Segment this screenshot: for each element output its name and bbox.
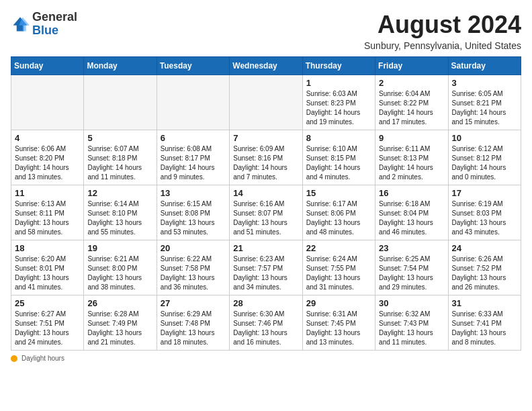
cell-sunrise: Sunrise: 6:08 AM xyxy=(161,144,226,154)
cell-sunset: Sunset: 7:58 PM xyxy=(161,264,226,273)
cell-sunset: Sunset: 8:10 PM xyxy=(87,209,152,218)
cell-sunset: Sunset: 8:15 PM xyxy=(306,154,371,163)
cell-day-number: 12 xyxy=(87,188,152,198)
cell-sunrise: Sunrise: 6:28 AM xyxy=(87,310,152,319)
calendar-cell: 18Sunrise: 6:20 AMSunset: 8:01 PMDayligh… xyxy=(11,240,84,295)
cell-sun-info: Sunrise: 6:27 AMSunset: 7:51 PMDaylight:… xyxy=(15,310,80,347)
cell-day-number: 15 xyxy=(306,188,371,198)
cell-daylight: Daylight: 13 hours and 16 minutes. xyxy=(233,328,298,347)
cell-sunrise: Sunrise: 6:11 AM xyxy=(379,144,444,154)
cell-day-number: 30 xyxy=(379,298,444,308)
cell-sunset: Sunset: 7:45 PM xyxy=(306,319,371,328)
calendar-cell: 11Sunrise: 6:13 AMSunset: 8:11 PMDayligh… xyxy=(11,185,84,240)
calendar-cell: 13Sunrise: 6:15 AMSunset: 8:08 PMDayligh… xyxy=(157,185,229,240)
cell-sun-info: Sunrise: 6:06 AMSunset: 8:20 PMDaylight:… xyxy=(15,144,80,182)
cell-sunset: Sunset: 8:23 PM xyxy=(306,99,371,108)
cell-daylight: Daylight: 13 hours and 53 minutes. xyxy=(161,218,226,237)
cell-sunset: Sunset: 8:01 PM xyxy=(15,264,80,273)
calendar-cell: 8Sunrise: 6:10 AMSunset: 8:15 PMDaylight… xyxy=(302,130,375,185)
cell-daylight: Daylight: 13 hours and 21 minutes. xyxy=(87,328,152,347)
cell-sun-info: Sunrise: 6:23 AMSunset: 7:57 PMDaylight:… xyxy=(233,255,298,292)
cell-sun-info: Sunrise: 6:09 AMSunset: 8:16 PMDaylight:… xyxy=(233,144,298,182)
day-of-week-header: Wednesday xyxy=(230,57,302,75)
calendar-cell xyxy=(84,75,157,130)
cell-sunrise: Sunrise: 6:15 AM xyxy=(161,199,226,209)
cell-sun-info: Sunrise: 6:15 AMSunset: 8:08 PMDaylight:… xyxy=(161,199,226,237)
cell-sunrise: Sunrise: 6:21 AM xyxy=(87,255,152,264)
cell-day-number: 25 xyxy=(15,298,80,308)
calendar-cell: 29Sunrise: 6:31 AMSunset: 7:45 PMDayligh… xyxy=(302,295,375,351)
cell-sunrise: Sunrise: 6:07 AM xyxy=(87,144,152,154)
cell-daylight: Daylight: 13 hours and 36 minutes. xyxy=(161,273,226,292)
page-header: General Blue August 2024 Sunbury, Pennsy… xyxy=(11,11,521,51)
title-block: August 2024 Sunbury, Pennsylvania, Unite… xyxy=(364,11,521,51)
cell-daylight: Daylight: 13 hours and 8 minutes. xyxy=(452,328,517,347)
cell-sunset: Sunset: 7:48 PM xyxy=(161,319,226,328)
cell-day-number: 6 xyxy=(161,133,226,143)
cell-sunrise: Sunrise: 6:18 AM xyxy=(379,199,444,209)
calendar-cell: 19Sunrise: 6:21 AMSunset: 8:00 PMDayligh… xyxy=(84,240,157,295)
calendar-cell: 2Sunrise: 6:04 AMSunset: 8:22 PMDaylight… xyxy=(375,75,448,130)
calendar-cell: 20Sunrise: 6:22 AMSunset: 7:58 PMDayligh… xyxy=(157,240,229,295)
cell-sunrise: Sunrise: 6:12 AM xyxy=(452,144,517,154)
cell-sunrise: Sunrise: 6:09 AM xyxy=(233,144,298,154)
cell-day-number: 13 xyxy=(161,188,226,198)
cell-sunset: Sunset: 8:04 PM xyxy=(379,209,444,218)
cell-daylight: Daylight: 13 hours and 26 minutes. xyxy=(452,273,517,292)
calendar-cell: 6Sunrise: 6:08 AMSunset: 8:17 PMDaylight… xyxy=(157,130,229,185)
day-of-week-header: Saturday xyxy=(448,57,521,75)
cell-day-number: 3 xyxy=(452,78,517,88)
cell-daylight: Daylight: 14 hours and 11 minutes. xyxy=(87,163,152,182)
cell-day-number: 9 xyxy=(379,133,444,143)
cell-sunrise: Sunrise: 6:04 AM xyxy=(379,89,444,99)
cell-sun-info: Sunrise: 6:16 AMSunset: 8:07 PMDaylight:… xyxy=(233,199,298,237)
cell-sunrise: Sunrise: 6:10 AM xyxy=(306,144,371,154)
cell-sunrise: Sunrise: 6:32 AM xyxy=(379,310,444,319)
cell-sun-info: Sunrise: 6:17 AMSunset: 8:06 PMDaylight:… xyxy=(306,199,371,237)
day-of-week-header: Monday xyxy=(84,57,157,75)
cell-daylight: Daylight: 13 hours and 13 minutes. xyxy=(306,328,371,347)
cell-sunrise: Sunrise: 6:13 AM xyxy=(15,199,80,209)
cell-sunrise: Sunrise: 6:03 AM xyxy=(306,89,371,99)
calendar-cell: 31Sunrise: 6:33 AMSunset: 7:41 PMDayligh… xyxy=(448,295,521,351)
cell-daylight: Daylight: 13 hours and 58 minutes. xyxy=(15,218,80,237)
cell-sunrise: Sunrise: 6:20 AM xyxy=(15,255,80,264)
cell-sunset: Sunset: 8:06 PM xyxy=(306,209,371,218)
calendar-cell: 10Sunrise: 6:12 AMSunset: 8:12 PMDayligh… xyxy=(448,130,521,185)
cell-daylight: Daylight: 13 hours and 29 minutes. xyxy=(379,273,444,292)
cell-sunset: Sunset: 8:13 PM xyxy=(379,154,444,163)
cell-sunset: Sunset: 8:20 PM xyxy=(15,154,80,163)
cell-sunrise: Sunrise: 6:33 AM xyxy=(452,310,517,319)
cell-sun-info: Sunrise: 6:03 AMSunset: 8:23 PMDaylight:… xyxy=(306,89,371,127)
logo-general-text: General xyxy=(32,10,77,24)
day-of-week-header: Sunday xyxy=(11,57,84,75)
calendar-cell: 30Sunrise: 6:32 AMSunset: 7:43 PMDayligh… xyxy=(375,295,448,351)
cell-sunset: Sunset: 8:00 PM xyxy=(87,264,152,273)
cell-day-number: 16 xyxy=(379,188,444,198)
cell-day-number: 18 xyxy=(15,243,80,253)
cell-sunrise: Sunrise: 6:22 AM xyxy=(161,255,226,264)
cell-day-number: 31 xyxy=(452,298,517,308)
logo-icon xyxy=(11,15,30,34)
calendar-cell: 1Sunrise: 6:03 AMSunset: 8:23 PMDaylight… xyxy=(302,75,375,130)
cell-day-number: 10 xyxy=(452,133,517,143)
calendar-week-row: 25Sunrise: 6:27 AMSunset: 7:51 PMDayligh… xyxy=(11,295,521,351)
cell-sun-info: Sunrise: 6:14 AMSunset: 8:10 PMDaylight:… xyxy=(87,199,152,237)
cell-day-number: 5 xyxy=(87,133,152,143)
calendar-cell xyxy=(230,75,302,130)
cell-sunset: Sunset: 8:18 PM xyxy=(87,154,152,163)
cell-sun-info: Sunrise: 6:07 AMSunset: 8:18 PMDaylight:… xyxy=(87,144,152,182)
cell-sun-info: Sunrise: 6:21 AMSunset: 8:00 PMDaylight:… xyxy=(87,255,152,292)
calendar-cell: 21Sunrise: 6:23 AMSunset: 7:57 PMDayligh… xyxy=(230,240,302,295)
cell-sunrise: Sunrise: 6:25 AM xyxy=(379,255,444,264)
cell-daylight: Daylight: 14 hours and 13 minutes. xyxy=(15,163,80,182)
calendar-week-row: 4Sunrise: 6:06 AMSunset: 8:20 PMDaylight… xyxy=(11,130,521,185)
cell-daylight: Daylight: 13 hours and 24 minutes. xyxy=(15,328,80,347)
cell-sun-info: Sunrise: 6:31 AMSunset: 7:45 PMDaylight:… xyxy=(306,310,371,347)
cell-daylight: Daylight: 14 hours and 15 minutes. xyxy=(452,108,517,127)
daylight-label: Daylight hours xyxy=(21,355,64,362)
cell-day-number: 2 xyxy=(379,78,444,88)
cell-day-number: 11 xyxy=(15,188,80,198)
calendar-cell: 15Sunrise: 6:17 AMSunset: 8:06 PMDayligh… xyxy=(302,185,375,240)
cell-day-number: 28 xyxy=(233,298,298,308)
